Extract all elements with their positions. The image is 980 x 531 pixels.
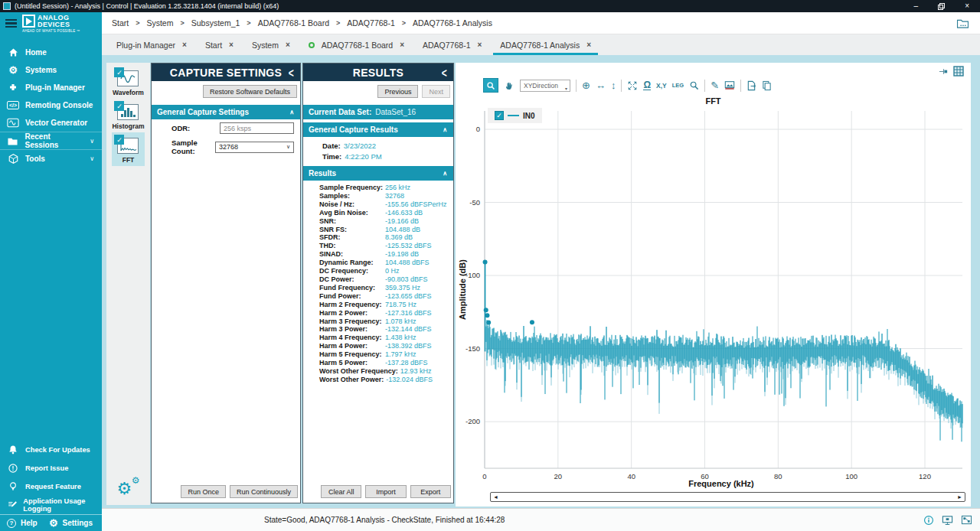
annotate-pencil-icon[interactable]: ✎ — [710, 80, 719, 90]
copy-chart-icon[interactable] — [762, 80, 772, 91]
sidebar-item-settings[interactable]: ⚙ Settings — [42, 518, 102, 528]
restore-button[interactable] — [938, 3, 945, 10]
xy-values-icon[interactable]: X,Y — [656, 82, 667, 90]
breadcrumb-item[interactable]: ADAQ7768-1 — [347, 18, 394, 28]
sidebar-item-home[interactable]: Home — [0, 44, 102, 61]
tab-adaq7768-1-analysis[interactable]: ADAQ7768-1 Analysis× — [491, 34, 600, 55]
fit-horizontal-icon[interactable]: ↔ — [596, 80, 606, 90]
tab-adaq7768-1-board[interactable]: ADAQ7768-1 Board× — [299, 34, 413, 55]
svg-text:-50: -50 — [469, 198, 480, 207]
general-capture-results-section[interactable]: General Capture Results ∧ — [303, 122, 453, 137]
fit-all-icon[interactable] — [627, 80, 638, 91]
run-once-button[interactable]: Run Once — [181, 485, 226, 498]
export-button[interactable]: Export — [410, 485, 451, 498]
module-fft[interactable]: ✓FFT — [112, 132, 144, 166]
import-button[interactable]: Import — [365, 485, 406, 498]
close-tab-icon[interactable]: × — [477, 41, 482, 49]
snapshot-image-icon[interactable] — [724, 80, 735, 90]
zoom-window-icon[interactable] — [689, 80, 699, 90]
tab-start[interactable]: Start× — [196, 34, 243, 55]
hamburger-menu-icon[interactable] — [5, 19, 17, 28]
pan-hand-icon[interactable] — [504, 80, 514, 91]
window-title: (Untitled Session) - Analysis | Control … — [15, 2, 279, 10]
tab-system[interactable]: System× — [243, 34, 299, 55]
sidebar-item-check-for-updates[interactable]: Check For Updates — [0, 441, 102, 459]
tab-adaq7768-1[interactable]: ADAQ7768-1× — [413, 34, 491, 55]
result-row: Harm 5 Frequency:1.797 kHz — [303, 350, 453, 359]
sidebar-item-help[interactable]: ? Help — [0, 519, 38, 528]
fft-plot[interactable]: 0-50-100-150-200020406080100120Amplitude… — [456, 63, 971, 507]
sidebar-item-request-feature[interactable]: Request Feature — [0, 477, 102, 496]
sidebar-item-report-issue[interactable]: Report Issue — [0, 459, 102, 477]
module-checkbox[interactable]: ✓ — [114, 135, 124, 145]
close-button[interactable]: × — [965, 2, 969, 10]
breadcrumb-separator: > — [402, 19, 406, 27]
sample-count-select[interactable]: 32768 ∨ — [215, 142, 294, 153]
breadcrumb-item[interactable]: Start — [112, 18, 129, 28]
processing-gears-icon[interactable]: ⚙⚙ — [117, 477, 140, 499]
tab-plug-in-manager[interactable]: Plug-in Manager× — [107, 34, 196, 55]
fit-vertical-icon[interactable]: ↕ — [611, 80, 616, 90]
network-nodes-icon[interactable] — [961, 515, 972, 525]
breadcrumb-item[interactable]: System — [146, 18, 173, 28]
clear-all-button[interactable]: Clear All — [321, 485, 361, 498]
current-dataset-bar: Current Data Set: DataSet_16 — [303, 105, 453, 119]
sidebar-item-tools[interactable]: Tools∨ — [0, 149, 102, 167]
pin-panel-icon[interactable] — [939, 67, 949, 76]
breadcrumb-item[interactable]: Subsystem_1 — [191, 18, 240, 28]
module-checkbox[interactable]: ✓ — [114, 101, 124, 111]
general-capture-settings-section[interactable]: General Capture Settings ∧ — [152, 105, 300, 119]
scroll-left-arrow-icon[interactable]: ◄ — [493, 494, 498, 500]
svg-text:20: 20 — [554, 472, 563, 481]
odr-input[interactable] — [220, 122, 294, 134]
module-checkbox[interactable]: ✓ — [114, 67, 124, 77]
result-row: Avg Bin Noise:-146.633 dB — [303, 209, 453, 217]
legend-toggle-icon[interactable]: LEG — [672, 82, 684, 89]
breadcrumb-item[interactable]: ADAQ7768-1 Board — [258, 18, 329, 28]
sidebar-item-systems[interactable]: ⚙Systems — [0, 61, 102, 79]
sidebar-item-recent-sessions[interactable]: Recent Sessions∨ — [0, 132, 102, 149]
close-tab-icon[interactable]: × — [400, 41, 404, 49]
close-tab-icon[interactable]: × — [229, 41, 234, 49]
chart-horizontal-scrollbar[interactable]: ◄ ► — [490, 492, 965, 502]
module-histogram[interactable]: ✓Histogram — [112, 99, 144, 132]
next-dataset-button[interactable]: Next — [422, 85, 450, 98]
sidebar-item-remoting-console[interactable]: </>Remoting Console — [0, 96, 102, 114]
close-tab-icon[interactable]: × — [182, 41, 187, 49]
sidebar-item-vector-generator[interactable]: Vector Generator — [0, 114, 102, 132]
zoom-mode-button[interactable] — [483, 78, 498, 93]
previous-dataset-button[interactable]: Previous — [377, 85, 418, 98]
collapse-panel-icon[interactable]: < — [289, 65, 294, 80]
close-tab-icon[interactable]: × — [286, 41, 290, 49]
bell-icon — [6, 445, 20, 455]
export-chart-icon[interactable] — [746, 80, 756, 91]
scroll-right-arrow-icon[interactable]: ► — [957, 494, 962, 500]
result-row: Harm 2 Power:-127.316 dBFS — [303, 309, 453, 318]
xydirection-dropdown[interactable]: XYDirection ▾ — [520, 80, 570, 92]
info-icon[interactable] — [923, 515, 934, 526]
help-icon: ? — [7, 519, 16, 528]
legend-checkbox[interactable]: ✓ — [495, 111, 504, 120]
svg-text:40: 40 — [627, 472, 635, 481]
chart-legend[interactable]: ✓ IN0 — [488, 108, 542, 123]
center-plot-icon[interactable]: ⊕ — [582, 80, 590, 90]
cube-icon — [6, 153, 20, 165]
sidebar-item-plug-in-manager[interactable]: Plug-in Manager — [0, 79, 102, 96]
result-row: SNR:-19.166 dB — [303, 217, 453, 226]
minimize-button[interactable]: – — [914, 2, 919, 10]
restore-software-defaults-button[interactable]: Restore Software Defaults — [203, 85, 297, 98]
breadcrumb-item[interactable]: ADAQ7768-1 Analysis — [413, 18, 492, 28]
undo-zoom-icon[interactable]: Ω — [643, 81, 651, 90]
open-session-folder-icon[interactable] — [956, 18, 969, 28]
remote-device-icon[interactable] — [942, 515, 953, 526]
sidebar-item-application-usage-logging[interactable]: Application Usage Logging — [0, 496, 102, 514]
collapse-panel-icon[interactable]: < — [442, 65, 447, 80]
close-tab-icon[interactable]: × — [586, 41, 591, 49]
analysis-module-rail: ✓Waveform✓Histogram✓FFT ⚙⚙ — [106, 63, 150, 505]
results-section[interactable]: Results ∧ — [303, 166, 453, 181]
svg-text:-100: -100 — [466, 271, 480, 279]
result-row: Samples:32768 — [303, 192, 453, 200]
module-waveform[interactable]: ✓Waveform — [112, 65, 144, 99]
run-continuously-button[interactable]: Run Continuously — [230, 485, 298, 498]
data-grid-view-icon[interactable] — [953, 66, 964, 77]
